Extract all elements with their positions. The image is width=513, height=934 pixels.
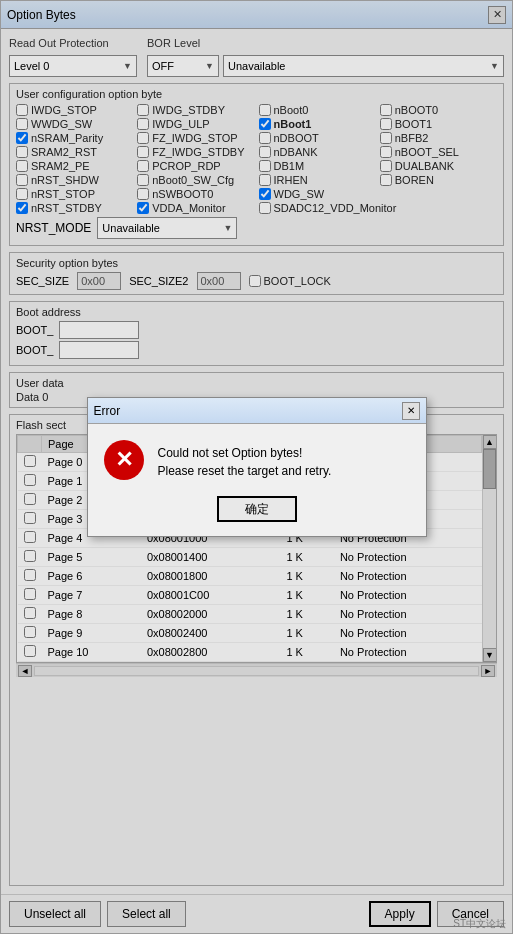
modal-line1: Could not set Option bytes! [158, 444, 332, 462]
main-window: Option Bytes ✕ Read Out Protection Level… [0, 0, 513, 934]
modal-close-button[interactable]: ✕ [402, 402, 420, 420]
modal-line2: Please reset the target and retry. [158, 462, 332, 480]
error-dialog: Error ✕ ✕ Could not set Option bytes! Pl… [87, 397, 427, 537]
modal-overlay: Error ✕ ✕ Could not set Option bytes! Pl… [1, 1, 512, 933]
modal-footer: 确定 [88, 496, 426, 536]
modal-message-row: ✕ Could not set Option bytes! Please res… [104, 440, 410, 480]
modal-body: ✕ Could not set Option bytes! Please res… [88, 424, 426, 496]
modal-text: Could not set Option bytes! Please reset… [158, 440, 332, 480]
modal-ok-button[interactable]: 确定 [217, 496, 297, 522]
error-x: ✕ [115, 447, 133, 473]
modal-title: Error [94, 404, 121, 418]
error-icon: ✕ [104, 440, 144, 480]
modal-title-bar: Error ✕ [88, 398, 426, 424]
